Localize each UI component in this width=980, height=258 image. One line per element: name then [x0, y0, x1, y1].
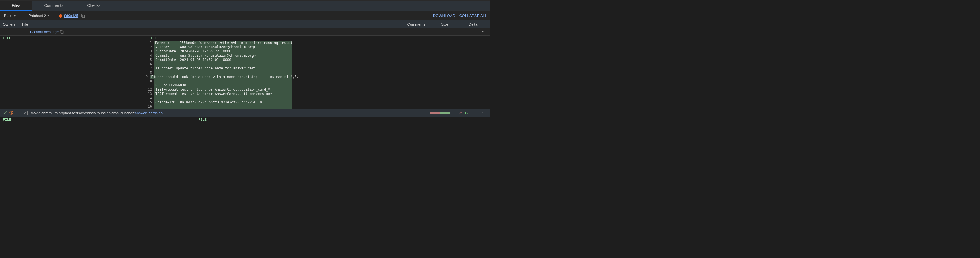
line-number: 5	[146, 58, 154, 62]
header-owners: Owners	[3, 22, 22, 26]
arrow-right-icon: →	[19, 14, 26, 18]
line-text: Change-Id: I8a18d7b86c78c3b5ff01d21e2df5…	[154, 100, 292, 105]
line-number: 6	[146, 62, 154, 66]
diff-content: 1Parent: 9558ec6c (storage: write AVL in…	[146, 41, 292, 109]
line-number: 9	[146, 75, 150, 79]
line-number: 15	[146, 100, 154, 105]
line-number: 2	[146, 45, 154, 49]
delta-bar-deleted	[430, 112, 441, 114]
line-text	[154, 96, 292, 100]
line-text: AuthorDate: 2024-04-26 19:05:22 +0000	[154, 49, 292, 54]
line-number: 4	[146, 54, 154, 58]
svg-rect-0	[59, 14, 62, 18]
base-label: Base	[4, 14, 13, 18]
tab-bar: Files Comments Checks	[0, 0, 490, 11]
diff-line: 6	[146, 62, 292, 66]
diff-line: 4Commit: Ana Salazar <anasalazar@chromiu…	[146, 54, 292, 58]
delta-deleted: -2	[459, 111, 462, 115]
line-text	[154, 105, 292, 109]
line-text	[154, 62, 292, 66]
diff-line: 3AuthorDate: 2024-04-26 19:05:22 +0000	[146, 49, 292, 54]
copy-icon[interactable]	[60, 30, 64, 34]
commit-message-link[interactable]: Commit message	[30, 30, 59, 34]
bottom-file-header: FILE FILE	[0, 117, 490, 122]
patchset-label: Patchset 2	[29, 14, 46, 18]
divider	[54, 13, 54, 18]
line-number: 1	[146, 41, 154, 45]
header-comments: Comments	[402, 22, 430, 26]
collapse-all-button[interactable]: COLLAPSE ALL	[460, 14, 487, 18]
tab-checks[interactable]: Checks	[75, 0, 112, 11]
line-number: 16	[146, 105, 154, 109]
line-text: CommitDate: 2024-04-26 19:52:01 +0000	[154, 58, 292, 62]
download-button[interactable]: DOWNLOAD	[433, 14, 455, 18]
line-number: 14	[146, 96, 154, 100]
caret-down-icon: ▼	[47, 14, 49, 17]
diff-line: 7launcher: Update finder node name for a…	[146, 66, 292, 71]
line-number: 13	[146, 92, 154, 96]
patchset-select[interactable]: Patchset 2 ▼	[27, 13, 51, 18]
tab-files[interactable]: Files	[0, 0, 32, 11]
diff-line: 14	[146, 96, 292, 100]
line-text: TEST=repeat-test.sh launcher.AnswerCards…	[154, 92, 292, 96]
question-icon[interactable]	[9, 110, 14, 116]
file-header-right: FILE	[149, 36, 487, 40]
column-headers: Owners File Comments Size Delta	[0, 21, 490, 29]
line-number: 7	[146, 66, 154, 71]
commit-message-row: Commit message	[0, 29, 490, 36]
diff-line: 16	[146, 105, 292, 109]
toolbar: Base ▼ → Patchset 2 ▼ 8d0c425 DOWNLOAD C…	[0, 11, 490, 21]
tab-comments[interactable]: Comments	[32, 0, 75, 11]
diff-line: 9Finder should look for a node with a na…	[146, 75, 292, 79]
diff-file-header: FILE FILE	[0, 36, 490, 41]
line-number: 10	[146, 79, 154, 83]
file-modified-badge: M	[22, 111, 27, 115]
line-number: 8	[146, 71, 154, 75]
chevron-up-icon[interactable]	[479, 111, 487, 115]
line-text: Finder should look for a node with a nam…	[150, 75, 299, 79]
header-size: Size	[430, 22, 459, 26]
line-text: launcher: Update finder node name for an…	[154, 66, 292, 71]
base-select[interactable]: Base ▼	[3, 13, 17, 18]
bottom-file-left: FILE	[3, 118, 199, 122]
diff-line: 5CommitDate: 2024-04-26 19:52:01 +0000	[146, 58, 292, 62]
bottom-file-right: FILE	[199, 118, 207, 122]
check-icon	[3, 110, 7, 116]
file-path[interactable]: src/go.chromium.org/tast-tests/cros/loca…	[30, 111, 430, 115]
diff-line: 11BUG=b:335466030	[146, 83, 292, 88]
copy-icon[interactable]	[81, 14, 85, 18]
diff-line: 12TEST=repeat-test.sh launcher.AnswerCar…	[146, 88, 292, 92]
delta-added: +2	[465, 111, 469, 115]
delta-bar	[430, 112, 450, 114]
commit-diamond-icon	[58, 14, 62, 18]
line-text: TEST=repeat-test.sh launcher.AnswerCards…	[154, 88, 292, 92]
file-path-prefix: src/go.chromium.org/tast-tests/cros/loca…	[30, 111, 135, 115]
line-text: BUG=b:335466030	[154, 83, 292, 88]
file-path-name: answer_cards.go	[135, 111, 163, 115]
line-number: 11	[146, 83, 154, 88]
line-number: 3	[146, 49, 154, 54]
header-delta: Delta	[459, 22, 487, 26]
line-number: 12	[146, 88, 154, 92]
diff-line: 8	[146, 71, 292, 75]
line-text: Author: Ana Salazar <anasalazar@chromium…	[154, 45, 292, 49]
diff-line: 1Parent: 9558ec6c (storage: write AVL in…	[146, 41, 292, 45]
chevron-up-icon[interactable]	[479, 29, 487, 34]
line-text: Commit: Ana Salazar <anasalazar@chromium…	[154, 54, 292, 58]
diff-line: 15Change-Id: I8a18d7b86c78c3b5ff01d21e2d…	[146, 100, 292, 105]
diff-line: 13TEST=repeat-test.sh launcher.AnswerCar…	[146, 92, 292, 96]
caret-down-icon: ▼	[14, 14, 16, 17]
line-text	[154, 79, 292, 83]
delta-bar-added	[441, 112, 450, 114]
svg-point-2	[11, 113, 12, 114]
file-row[interactable]: M src/go.chromium.org/tast-tests/cros/lo…	[0, 109, 490, 117]
header-file: File	[22, 22, 402, 26]
diff-area: 1Parent: 9558ec6c (storage: write AVL in…	[0, 41, 490, 109]
line-text: Parent: 9558ec6c (storage: write AVL inf…	[154, 41, 292, 45]
line-text	[154, 71, 292, 75]
diff-line: 10	[146, 79, 292, 83]
diff-line: 2Author: Ana Salazar <anasalazar@chromiu…	[146, 45, 292, 49]
file-header-left: FILE	[3, 36, 149, 40]
commit-hash-link[interactable]: 8d0c425	[64, 14, 78, 18]
